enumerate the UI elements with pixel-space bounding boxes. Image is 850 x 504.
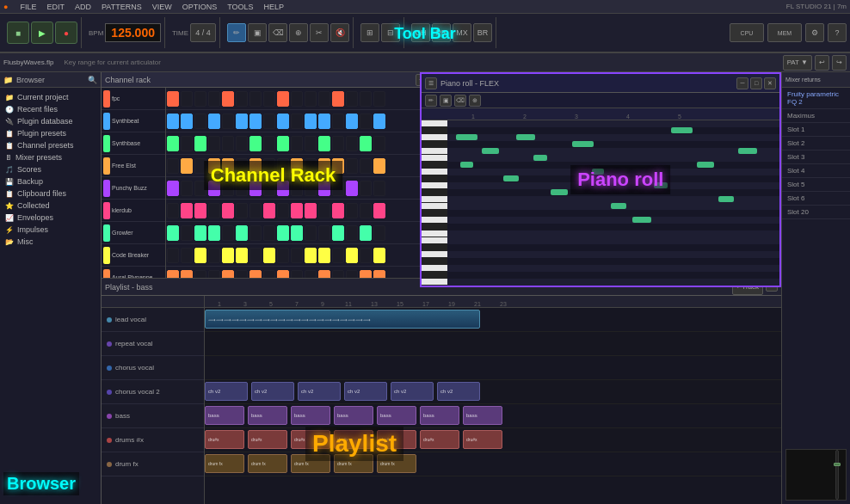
step-btn-1-9[interactable] — [291, 114, 303, 129]
step-btn-8-13[interactable] — [346, 270, 358, 279]
step-btn-5-10[interactable] — [305, 203, 317, 218]
step-btn-3-2[interactable] — [194, 158, 206, 174]
step-btn-2-7[interactable] — [263, 136, 275, 151]
piano-key-19[interactable] — [422, 251, 447, 258]
clip-bass-7[interactable]: bass — [463, 406, 502, 425]
step-btn-7-4[interactable] — [222, 248, 234, 263]
right-item-slot3[interactable]: Slot 3 — [782, 151, 850, 164]
menu-help[interactable]: HELP — [262, 3, 286, 11]
channel-color-freeelst[interactable] — [103, 157, 110, 175]
step-btn-7-5[interactable] — [236, 248, 248, 263]
step-btn-3-10[interactable] — [305, 158, 317, 174]
step-btn-6-10[interactable] — [305, 225, 317, 241]
step-btn-2-3[interactable] — [208, 136, 220, 151]
step-btn-5-5[interactable] — [236, 203, 248, 218]
browser-item-scores[interactable]: 🎵 Scores — [0, 163, 101, 175]
step-btn-6-1[interactable] — [181, 225, 193, 241]
step-btn-3-6[interactable] — [249, 158, 262, 174]
step-btn-5-13[interactable] — [346, 203, 358, 218]
step-btn-8-11[interactable] — [318, 270, 330, 279]
step-btn-4-11[interactable] — [318, 181, 330, 196]
piano-note-10[interactable] — [632, 217, 651, 223]
step-btn-3-13[interactable] — [346, 158, 358, 174]
step-btn-7-10[interactable] — [305, 248, 317, 263]
piano-key-13[interactable] — [422, 210, 447, 217]
piano-key-0[interactable] — [422, 120, 447, 127]
snap-button[interactable]: ⊞ — [360, 23, 379, 42]
step-btn-7-11[interactable] — [318, 248, 330, 263]
play-button[interactable]: ▶ — [31, 22, 53, 44]
right-item-slot5[interactable]: Slot 5 — [782, 178, 850, 192]
step-btn-6-4[interactable] — [222, 225, 234, 241]
menu-add[interactable]: ADD — [73, 3, 93, 11]
playlist-timeline[interactable]: 1 3 5 7 9 11 13 15 17 19 21 23 — [205, 296, 781, 504]
step-btn-2-2[interactable] — [194, 136, 206, 151]
right-item-slot2[interactable]: Slot 2 — [782, 137, 850, 151]
step-btn-6-0[interactable] — [167, 225, 179, 241]
step-btn-5-12[interactable] — [332, 203, 344, 218]
clip-chorus-vocal2-1[interactable]: ch v2 — [205, 382, 248, 401]
step-btn-8-3[interactable] — [208, 270, 220, 279]
step-btn-7-15[interactable] — [373, 248, 385, 263]
step-btn-8-1[interactable] — [181, 270, 193, 279]
browser-item-mixer-presets[interactable]: 🎚 Mixer presets — [0, 151, 101, 163]
step-btn-4-12[interactable] — [332, 181, 344, 196]
step-btn-0-6[interactable] — [249, 91, 262, 107]
channel-color-aural[interactable] — [103, 269, 110, 279]
piano-key-16[interactable] — [422, 230, 447, 237]
piano-key-14[interactable] — [422, 217, 447, 224]
piano-key-9[interactable] — [422, 182, 447, 189]
step-btn-0-14[interactable] — [360, 91, 372, 107]
cut-tool-button[interactable]: ✂ — [310, 23, 329, 42]
piano-roll-menu[interactable]: ☰ — [425, 77, 437, 89]
browser-item-collected[interactable]: ⭐ Collected — [0, 200, 101, 212]
step-btn-3-0[interactable] — [167, 158, 179, 174]
step-btn-3-4[interactable] — [222, 158, 234, 174]
piano-note-9[interactable] — [611, 203, 626, 209]
clip-bass-3[interactable]: bass — [291, 406, 330, 425]
clip-drums-2[interactable]: dru#x — [248, 430, 287, 449]
step-btn-0-7[interactable] — [263, 91, 275, 107]
browser-item-current-project[interactable]: 📁 Current project — [0, 91, 101, 103]
step-btn-7-1[interactable] — [181, 248, 193, 263]
piano-key-10[interactable] — [422, 189, 447, 196]
step-btn-1-3[interactable] — [208, 114, 220, 129]
step-btn-6-15[interactable] — [373, 225, 385, 241]
step-btn-6-13[interactable] — [346, 225, 358, 241]
step-btn-4-6[interactable] — [249, 181, 262, 196]
piano-key-22[interactable] — [422, 272, 447, 279]
clip-chorus-vocal2-4[interactable]: ch v2 — [344, 382, 387, 401]
step-btn-6-9[interactable] — [291, 225, 303, 241]
step-btn-2-9[interactable] — [291, 136, 303, 151]
step-btn-2-8[interactable] — [277, 136, 289, 151]
piano-note-14[interactable] — [718, 196, 734, 202]
step-btn-2-12[interactable] — [332, 136, 344, 151]
step-btn-4-9[interactable] — [291, 181, 303, 196]
step-btn-2-10[interactable] — [305, 136, 317, 151]
step-btn-1-14[interactable] — [360, 114, 372, 129]
step-btn-2-11[interactable] — [318, 136, 330, 151]
mute-tool-button[interactable]: 🔇 — [330, 23, 349, 42]
channel-color-synthbase[interactable] — [103, 135, 110, 152]
step-btn-0-1[interactable] — [181, 91, 193, 107]
channel-color-growler[interactable] — [103, 224, 110, 242]
clip-bass-6[interactable]: bass — [420, 406, 459, 425]
pr-draw-tool[interactable]: ✏ — [425, 95, 437, 107]
step-btn-1-2[interactable] — [194, 114, 206, 129]
pr-erase-tool[interactable]: ⌫ — [454, 95, 466, 107]
clip-bass-4[interactable]: bass — [334, 406, 373, 425]
clip-bass-2[interactable]: bass — [248, 406, 287, 425]
right-item-slot4[interactable]: Slot 4 — [782, 164, 850, 178]
channel-color-synthbeat[interactable] — [103, 113, 110, 130]
pattern-selector[interactable]: PAT ▼ — [783, 55, 812, 71]
step-btn-0-12[interactable] — [332, 91, 344, 107]
piano-note-4[interactable] — [516, 134, 535, 140]
piano-key-15[interactable] — [422, 224, 447, 230]
step-btn-2-5[interactable] — [236, 136, 248, 151]
step-btn-3-9[interactable] — [291, 158, 303, 174]
step-btn-4-13[interactable] — [346, 181, 358, 196]
step-btn-1-13[interactable] — [346, 114, 358, 129]
step-btn-0-13[interactable] — [346, 91, 358, 107]
step-btn-1-15[interactable] — [373, 114, 385, 129]
step-btn-8-10[interactable] — [305, 270, 317, 279]
